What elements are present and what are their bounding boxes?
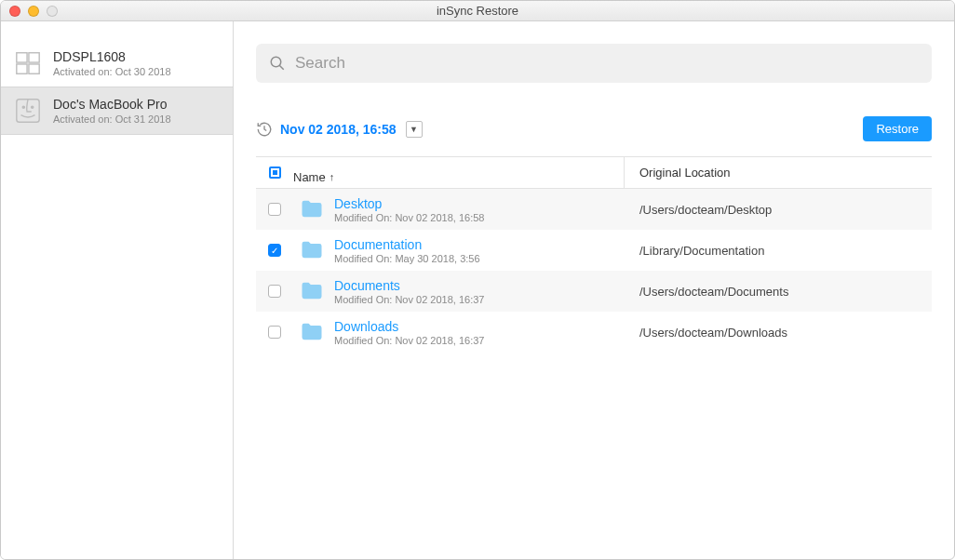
- device-name: DDSPL1608: [53, 49, 171, 64]
- mac-finder-icon: [14, 97, 42, 125]
- row-checkbox[interactable]: [268, 285, 281, 298]
- table-header: Name ↑ Original Location: [256, 157, 932, 189]
- file-modified: Modified On: Nov 02 2018, 16:37: [334, 335, 484, 346]
- file-location: /Users/docteam/Downloads: [639, 326, 787, 340]
- file-name: Downloads: [334, 319, 484, 334]
- file-name: Documentation: [334, 237, 480, 252]
- svg-rect-0: [17, 53, 27, 62]
- file-modified: Modified On: Nov 02 2018, 16:37: [334, 294, 484, 305]
- windows-icon: [14, 49, 42, 77]
- device-activated: Activated on: Oct 30 2018: [53, 66, 171, 77]
- toolbar: Nov 02 2018, 16:58 ▼ Restore: [256, 116, 932, 141]
- column-header-location[interactable]: Original Location: [625, 166, 932, 180]
- file-name: Documents: [334, 278, 484, 293]
- snapshot-time: Nov 02 2018, 16:58: [280, 122, 397, 137]
- file-location: /Users/docteam/Desktop: [639, 203, 772, 217]
- svg-rect-3: [29, 64, 39, 73]
- file-location: /Users/docteam/Documents: [639, 285, 788, 299]
- sort-asc-icon: ↑: [330, 171, 335, 182]
- svg-line-8: [279, 65, 284, 70]
- svg-point-5: [22, 106, 24, 108]
- window-title: inSync Restore: [1, 4, 954, 18]
- maximize-button[interactable]: [47, 6, 58, 17]
- file-modified: Modified On: Nov 02 2018, 16:58: [334, 212, 484, 223]
- svg-rect-2: [17, 64, 27, 73]
- device-sidebar: DDSPL1608 Activated on: Oct 30 2018 Doc'…: [1, 21, 234, 559]
- main-panel: Nov 02 2018, 16:58 ▼ Restore Name ↑ Orig…: [234, 21, 954, 559]
- svg-point-6: [32, 106, 34, 108]
- folder-icon: [299, 319, 325, 345]
- select-all-checkbox[interactable]: [269, 167, 281, 179]
- device-activated: Activated on: Oct 31 2018: [53, 113, 171, 125]
- row-checkbox[interactable]: [268, 326, 281, 339]
- table-row[interactable]: DocumentsModified On: Nov 02 2018, 16:37…: [256, 271, 932, 312]
- file-modified: Modified On: May 30 2018, 3:56: [334, 253, 480, 264]
- restore-button[interactable]: Restore: [863, 116, 932, 141]
- close-button[interactable]: [9, 6, 20, 17]
- folder-icon: [299, 196, 325, 222]
- device-item[interactable]: DDSPL1608 Activated on: Oct 30 2018: [1, 40, 233, 87]
- table-row[interactable]: ✓DocumentationModified On: May 30 2018, …: [256, 230, 932, 271]
- table-row[interactable]: DesktopModified On: Nov 02 2018, 16:58/U…: [256, 189, 932, 230]
- table-row[interactable]: DownloadsModified On: Nov 02 2018, 16:37…: [256, 312, 932, 353]
- window-controls: [1, 6, 58, 17]
- folder-icon: [299, 237, 325, 263]
- snapshot-picker[interactable]: Nov 02 2018, 16:58 ▼: [256, 121, 423, 138]
- file-table: Name ↑ Original Location DesktopModified…: [256, 156, 932, 353]
- file-name: Desktop: [334, 196, 484, 211]
- folder-icon: [299, 278, 325, 304]
- search-box[interactable]: [256, 44, 932, 83]
- svg-rect-1: [29, 53, 39, 62]
- history-icon: [256, 121, 273, 138]
- svg-point-7: [271, 57, 281, 67]
- search-icon: [269, 55, 286, 72]
- file-location: /Library/Documentation: [639, 244, 764, 258]
- snapshot-dropdown[interactable]: ▼: [406, 121, 423, 138]
- row-checkbox[interactable]: ✓: [268, 244, 281, 257]
- device-name: Doc's MacBook Pro: [53, 97, 171, 112]
- app-window: inSync Restore DDSPL1608 Activated on: O…: [0, 0, 955, 560]
- row-checkbox[interactable]: [268, 203, 281, 216]
- search-input[interactable]: [295, 54, 919, 73]
- minimize-button[interactable]: [28, 6, 39, 17]
- column-header-name[interactable]: Name ↑: [293, 157, 625, 188]
- device-item[interactable]: Doc's MacBook Pro Activated on: Oct 31 2…: [1, 87, 233, 135]
- titlebar: inSync Restore: [1, 1, 954, 21]
